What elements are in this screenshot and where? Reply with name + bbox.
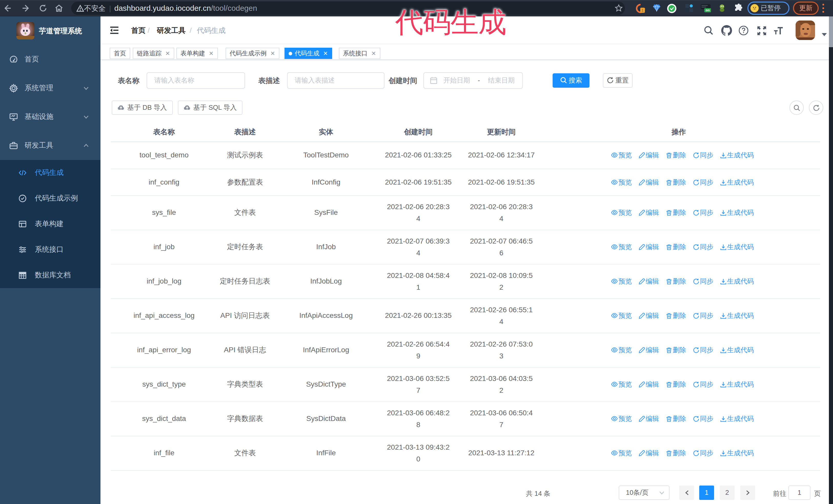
svg-text:on: on (706, 8, 710, 12)
svg-text:1: 1 (642, 8, 644, 12)
